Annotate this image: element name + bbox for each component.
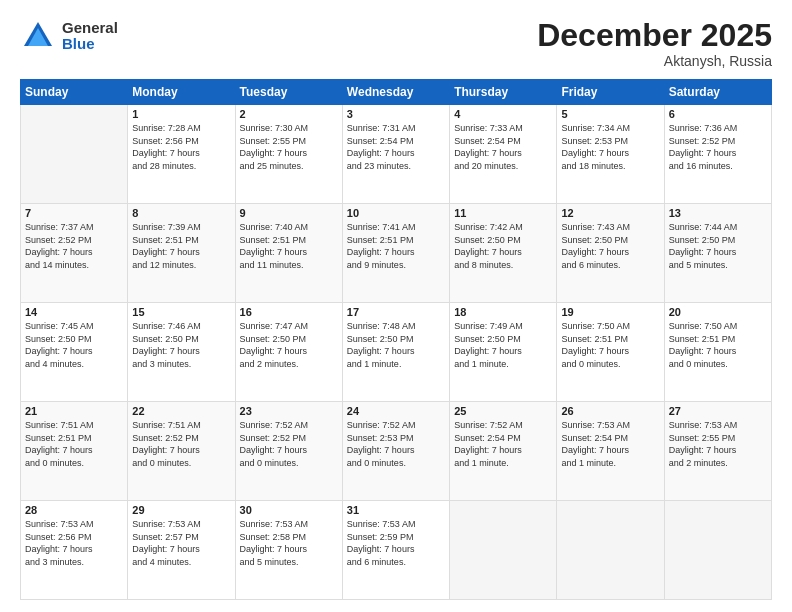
day-number: 11: [454, 207, 552, 219]
calendar-cell: 17Sunrise: 7:48 AM Sunset: 2:50 PM Dayli…: [342, 303, 449, 402]
day-info: Sunrise: 7:36 AM Sunset: 2:52 PM Dayligh…: [669, 122, 767, 172]
col-thursday: Thursday: [450, 80, 557, 105]
calendar-week-3: 14Sunrise: 7:45 AM Sunset: 2:50 PM Dayli…: [21, 303, 772, 402]
logo: General Blue: [20, 18, 118, 54]
day-number: 6: [669, 108, 767, 120]
calendar-cell: 30Sunrise: 7:53 AM Sunset: 2:58 PM Dayli…: [235, 501, 342, 600]
month-year-title: December 2025: [537, 18, 772, 53]
col-tuesday: Tuesday: [235, 80, 342, 105]
day-number: 22: [132, 405, 230, 417]
day-info: Sunrise: 7:41 AM Sunset: 2:51 PM Dayligh…: [347, 221, 445, 271]
calendar-cell: 8Sunrise: 7:39 AM Sunset: 2:51 PM Daylig…: [128, 204, 235, 303]
day-info: Sunrise: 7:33 AM Sunset: 2:54 PM Dayligh…: [454, 122, 552, 172]
day-number: 16: [240, 306, 338, 318]
day-number: 19: [561, 306, 659, 318]
day-number: 21: [25, 405, 123, 417]
day-info: Sunrise: 7:43 AM Sunset: 2:50 PM Dayligh…: [561, 221, 659, 271]
calendar-cell: 16Sunrise: 7:47 AM Sunset: 2:50 PM Dayli…: [235, 303, 342, 402]
day-number: 13: [669, 207, 767, 219]
day-number: 28: [25, 504, 123, 516]
day-number: 14: [25, 306, 123, 318]
calendar-cell: 18Sunrise: 7:49 AM Sunset: 2:50 PM Dayli…: [450, 303, 557, 402]
day-number: 23: [240, 405, 338, 417]
calendar-cell: 21Sunrise: 7:51 AM Sunset: 2:51 PM Dayli…: [21, 402, 128, 501]
day-info: Sunrise: 7:30 AM Sunset: 2:55 PM Dayligh…: [240, 122, 338, 172]
day-info: Sunrise: 7:53 AM Sunset: 2:54 PM Dayligh…: [561, 419, 659, 469]
calendar-cell: 26Sunrise: 7:53 AM Sunset: 2:54 PM Dayli…: [557, 402, 664, 501]
day-number: 17: [347, 306, 445, 318]
day-number: 26: [561, 405, 659, 417]
day-info: Sunrise: 7:37 AM Sunset: 2:52 PM Dayligh…: [25, 221, 123, 271]
col-sunday: Sunday: [21, 80, 128, 105]
day-number: 12: [561, 207, 659, 219]
day-number: 4: [454, 108, 552, 120]
day-info: Sunrise: 7:50 AM Sunset: 2:51 PM Dayligh…: [669, 320, 767, 370]
calendar-cell: 23Sunrise: 7:52 AM Sunset: 2:52 PM Dayli…: [235, 402, 342, 501]
calendar-cell: 19Sunrise: 7:50 AM Sunset: 2:51 PM Dayli…: [557, 303, 664, 402]
calendar-cell: 22Sunrise: 7:51 AM Sunset: 2:52 PM Dayli…: [128, 402, 235, 501]
day-info: Sunrise: 7:52 AM Sunset: 2:54 PM Dayligh…: [454, 419, 552, 469]
day-number: 31: [347, 504, 445, 516]
calendar-cell: 2Sunrise: 7:30 AM Sunset: 2:55 PM Daylig…: [235, 105, 342, 204]
calendar-cell: 27Sunrise: 7:53 AM Sunset: 2:55 PM Dayli…: [664, 402, 771, 501]
day-number: 15: [132, 306, 230, 318]
day-info: Sunrise: 7:51 AM Sunset: 2:51 PM Dayligh…: [25, 419, 123, 469]
day-info: Sunrise: 7:42 AM Sunset: 2:50 PM Dayligh…: [454, 221, 552, 271]
day-number: 18: [454, 306, 552, 318]
logo-general: General: [62, 20, 118, 37]
calendar-cell: 9Sunrise: 7:40 AM Sunset: 2:51 PM Daylig…: [235, 204, 342, 303]
calendar-cell: 7Sunrise: 7:37 AM Sunset: 2:52 PM Daylig…: [21, 204, 128, 303]
calendar-cell: 4Sunrise: 7:33 AM Sunset: 2:54 PM Daylig…: [450, 105, 557, 204]
calendar-cell: 29Sunrise: 7:53 AM Sunset: 2:57 PM Dayli…: [128, 501, 235, 600]
day-number: 27: [669, 405, 767, 417]
calendar-week-1: 1Sunrise: 7:28 AM Sunset: 2:56 PM Daylig…: [21, 105, 772, 204]
day-number: 3: [347, 108, 445, 120]
day-info: Sunrise: 7:50 AM Sunset: 2:51 PM Dayligh…: [561, 320, 659, 370]
calendar-cell: 15Sunrise: 7:46 AM Sunset: 2:50 PM Dayli…: [128, 303, 235, 402]
day-info: Sunrise: 7:39 AM Sunset: 2:51 PM Dayligh…: [132, 221, 230, 271]
calendar-cell: 25Sunrise: 7:52 AM Sunset: 2:54 PM Dayli…: [450, 402, 557, 501]
day-number: 25: [454, 405, 552, 417]
calendar-week-4: 21Sunrise: 7:51 AM Sunset: 2:51 PM Dayli…: [21, 402, 772, 501]
calendar-cell: 24Sunrise: 7:52 AM Sunset: 2:53 PM Dayli…: [342, 402, 449, 501]
calendar-cell: 10Sunrise: 7:41 AM Sunset: 2:51 PM Dayli…: [342, 204, 449, 303]
logo-text: General Blue: [62, 20, 118, 53]
col-wednesday: Wednesday: [342, 80, 449, 105]
day-info: Sunrise: 7:46 AM Sunset: 2:50 PM Dayligh…: [132, 320, 230, 370]
calendar-cell: 31Sunrise: 7:53 AM Sunset: 2:59 PM Dayli…: [342, 501, 449, 600]
day-number: 10: [347, 207, 445, 219]
day-number: 7: [25, 207, 123, 219]
day-info: Sunrise: 7:49 AM Sunset: 2:50 PM Dayligh…: [454, 320, 552, 370]
calendar-week-5: 28Sunrise: 7:53 AM Sunset: 2:56 PM Dayli…: [21, 501, 772, 600]
day-number: 1: [132, 108, 230, 120]
col-saturday: Saturday: [664, 80, 771, 105]
day-number: 24: [347, 405, 445, 417]
day-number: 9: [240, 207, 338, 219]
calendar-cell: [557, 501, 664, 600]
header: General Blue December 2025 Aktanysh, Rus…: [20, 18, 772, 69]
day-info: Sunrise: 7:53 AM Sunset: 2:55 PM Dayligh…: [669, 419, 767, 469]
calendar-cell: [450, 501, 557, 600]
col-friday: Friday: [557, 80, 664, 105]
calendar-cell: 11Sunrise: 7:42 AM Sunset: 2:50 PM Dayli…: [450, 204, 557, 303]
day-info: Sunrise: 7:31 AM Sunset: 2:54 PM Dayligh…: [347, 122, 445, 172]
calendar-cell: 1Sunrise: 7:28 AM Sunset: 2:56 PM Daylig…: [128, 105, 235, 204]
day-number: 5: [561, 108, 659, 120]
day-number: 29: [132, 504, 230, 516]
day-number: 8: [132, 207, 230, 219]
day-info: Sunrise: 7:53 AM Sunset: 2:57 PM Dayligh…: [132, 518, 230, 568]
calendar-cell: [21, 105, 128, 204]
day-info: Sunrise: 7:52 AM Sunset: 2:53 PM Dayligh…: [347, 419, 445, 469]
day-info: Sunrise: 7:48 AM Sunset: 2:50 PM Dayligh…: [347, 320, 445, 370]
day-info: Sunrise: 7:45 AM Sunset: 2:50 PM Dayligh…: [25, 320, 123, 370]
day-number: 30: [240, 504, 338, 516]
logo-icon: [20, 18, 56, 54]
header-row: Sunday Monday Tuesday Wednesday Thursday…: [21, 80, 772, 105]
day-info: Sunrise: 7:52 AM Sunset: 2:52 PM Dayligh…: [240, 419, 338, 469]
day-info: Sunrise: 7:34 AM Sunset: 2:53 PM Dayligh…: [561, 122, 659, 172]
logo-blue: Blue: [62, 36, 118, 53]
calendar-cell: 13Sunrise: 7:44 AM Sunset: 2:50 PM Dayli…: [664, 204, 771, 303]
page: General Blue December 2025 Aktanysh, Rus…: [0, 0, 792, 612]
title-block: December 2025 Aktanysh, Russia: [537, 18, 772, 69]
day-info: Sunrise: 7:28 AM Sunset: 2:56 PM Dayligh…: [132, 122, 230, 172]
